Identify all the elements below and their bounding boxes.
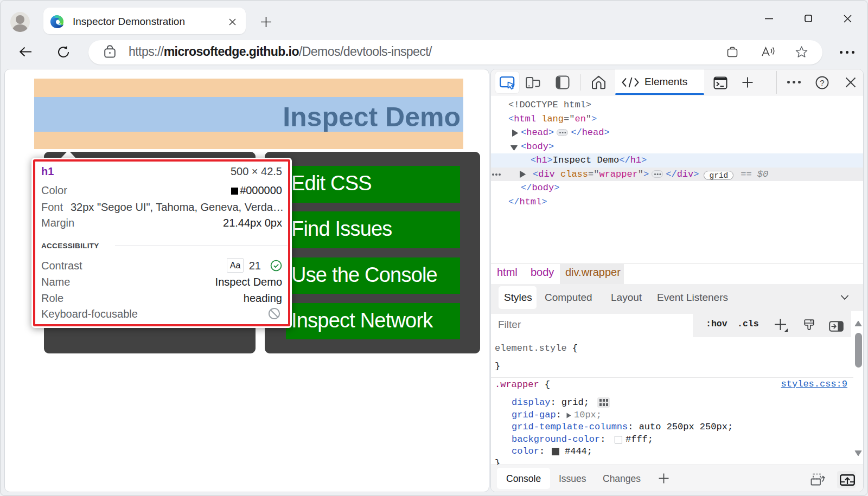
svg-text:?: ? xyxy=(820,78,824,87)
